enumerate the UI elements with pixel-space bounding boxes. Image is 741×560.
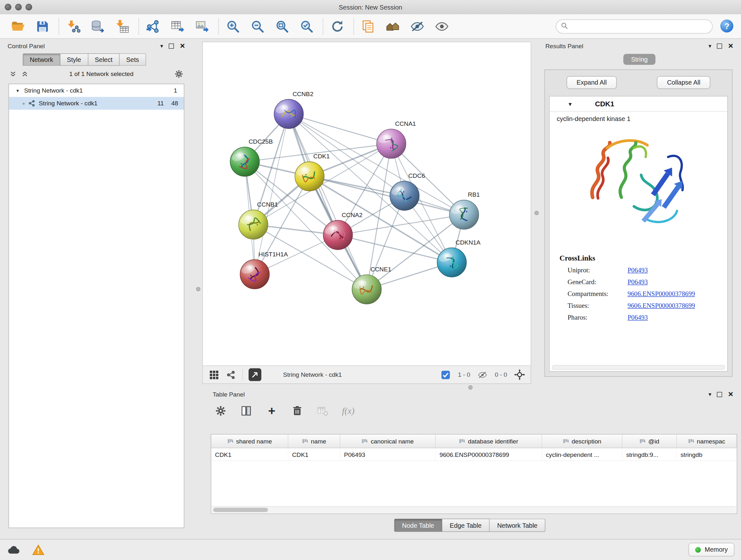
tab-network-table[interactable]: Network Table: [489, 519, 545, 532]
crosslink-link[interactable]: 9606.ENSP00000378699: [628, 302, 695, 310]
network-node-RB1[interactable]: [449, 200, 479, 229]
network-node-CDKN1A[interactable]: [437, 248, 467, 277]
toolbar-separator: [218, 18, 219, 35]
import-network-from-database-button[interactable]: [89, 17, 106, 35]
pan-crosshair-icon[interactable]: [514, 369, 525, 381]
delete-table-icon[interactable]: [316, 404, 330, 418]
table-cell[interactable]: stringdb:9...: [622, 448, 677, 461]
scrollbar-thumb[interactable]: [213, 508, 268, 512]
network-node-CDC6[interactable]: [390, 181, 419, 210]
panel-menu-icon[interactable]: ▾: [709, 391, 711, 398]
expand-all-button[interactable]: Expand All: [567, 76, 617, 89]
tab-edge-table[interactable]: Edge Table: [442, 519, 490, 532]
apply-layout-button[interactable]: [329, 17, 346, 35]
share-network-icon[interactable]: [225, 369, 237, 381]
network-node-CCNE1[interactable]: [352, 274, 381, 304]
window-close-button[interactable]: [5, 4, 11, 10]
export-image-button[interactable]: [194, 17, 211, 35]
collapse-all-button[interactable]: Collapse All: [657, 76, 711, 89]
table-cell[interactable]: cyclin-dependent ...: [542, 448, 623, 461]
export-table-button[interactable]: [169, 17, 186, 35]
zoom-out-button[interactable]: [249, 17, 266, 35]
import-network-button[interactable]: [65, 17, 82, 35]
selected-checkbox-icon[interactable]: [440, 369, 452, 381]
column-header-description[interactable]: description: [542, 435, 623, 448]
left-splitter-handle[interactable]: [196, 287, 200, 291]
network-svg[interactable]: CCNB2CCNA1CDC25BCDK1CDC6RB1CCNB1CCNA2CDK…: [203, 42, 531, 366]
function-builder-icon[interactable]: f(x): [341, 404, 355, 418]
panel-close-icon[interactable]: ✕: [728, 43, 733, 49]
table-settings-gear-icon[interactable]: [213, 404, 227, 418]
table-cell[interactable]: CDK1: [211, 448, 288, 461]
export-view-button[interactable]: [249, 368, 261, 381]
open-session-button[interactable]: [10, 17, 26, 35]
hidden-eye-slash-icon[interactable]: [477, 369, 488, 381]
show-all-button[interactable]: [433, 17, 450, 35]
network-node-HIST1H1A[interactable]: [240, 260, 269, 289]
column-header-name[interactable]: name: [288, 435, 340, 448]
home-panels-button[interactable]: [384, 17, 401, 35]
search-input[interactable]: [571, 22, 708, 30]
panel-menu-icon[interactable]: ▾: [709, 43, 711, 49]
right-splitter-handle[interactable]: [535, 211, 539, 215]
table-cell[interactable]: CDK1: [288, 448, 340, 461]
table-row[interactable]: CDK1 CDK1 P06493 9606.ENSP00000378699 cy…: [211, 448, 737, 461]
tab-style[interactable]: Style: [60, 53, 88, 66]
tab-string[interactable]: String: [623, 54, 656, 64]
network-node-CDC25B[interactable]: [230, 147, 259, 177]
crosslink-link[interactable]: P06493: [628, 266, 648, 274]
table-cell[interactable]: stringdb: [677, 448, 737, 461]
column-header-canonical-name[interactable]: canonical name: [340, 435, 435, 448]
network-row[interactable]: ● String Network - cdk1 11 48: [9, 97, 184, 110]
panel-close-icon[interactable]: ✕: [180, 43, 185, 49]
delete-column-trash-icon[interactable]: [290, 404, 304, 418]
tab-sets[interactable]: Sets: [120, 53, 146, 66]
expand-all-icon[interactable]: [21, 70, 28, 77]
network-node-CCNB2[interactable]: [274, 99, 304, 129]
collapse-entry-icon[interactable]: ▼: [568, 101, 573, 107]
zoom-in-button[interactable]: [224, 17, 241, 35]
help-button[interactable]: ?: [719, 18, 734, 34]
network-node-CCNA1[interactable]: [377, 129, 406, 159]
crosslink-link[interactable]: P06493: [628, 314, 648, 321]
column-header-namespace[interactable]: namespac: [677, 435, 737, 448]
table-cell[interactable]: 9606.ENSP00000378699: [435, 448, 542, 461]
cloud-icon[interactable]: [7, 543, 21, 556]
collapse-all-icon[interactable]: [10, 70, 17, 77]
hide-selected-button[interactable]: [409, 17, 426, 35]
window-zoom-button[interactable]: [25, 4, 32, 10]
tab-node-table[interactable]: Node Table: [394, 519, 442, 532]
export-network-button[interactable]: [145, 17, 161, 35]
add-column-icon[interactable]: +: [265, 404, 279, 418]
tab-network[interactable]: Network: [23, 53, 60, 66]
warning-icon[interactable]: [31, 543, 45, 556]
memory-button[interactable]: Memory: [689, 543, 734, 557]
show-columns-icon[interactable]: [239, 404, 253, 418]
panel-float-icon[interactable]: [717, 392, 722, 397]
network-node-CCNA2[interactable]: [323, 220, 353, 250]
network-collection-row[interactable]: ▼ String Network - cdk1 1: [9, 84, 184, 97]
table-cell[interactable]: P06493: [340, 448, 435, 461]
crosslink-link[interactable]: 9606.ENSP00000378699: [628, 290, 695, 298]
save-session-button[interactable]: [34, 17, 51, 35]
copy-document-button[interactable]: [360, 17, 377, 35]
tab-select[interactable]: Select: [88, 53, 120, 66]
network-node-CCNB1[interactable]: [239, 210, 268, 240]
results-horizontal-scrollbar[interactable]: [552, 365, 725, 370]
network-node-CDK1[interactable]: [295, 162, 324, 191]
birdseye-view-icon[interactable]: [208, 369, 220, 381]
tree-expanded-icon[interactable]: ▼: [16, 88, 20, 93]
window-minimize-button[interactable]: [15, 4, 22, 10]
gear-icon[interactable]: [174, 69, 183, 78]
panel-float-icon[interactable]: [717, 43, 722, 48]
zoom-selected-button[interactable]: [298, 17, 315, 35]
column-header-shared-name[interactable]: shared name: [211, 435, 288, 448]
panel-float-icon[interactable]: [169, 43, 174, 48]
column-header-id[interactable]: @id: [622, 435, 677, 448]
zoom-fit-button[interactable]: [273, 17, 290, 35]
panel-close-icon[interactable]: ✕: [728, 391, 733, 398]
column-header-database-identifier[interactable]: database identifier: [435, 435, 542, 448]
panel-menu-icon[interactable]: ▾: [160, 43, 163, 49]
import-table-button[interactable]: [114, 17, 131, 35]
crosslink-link[interactable]: P06493: [628, 278, 648, 286]
